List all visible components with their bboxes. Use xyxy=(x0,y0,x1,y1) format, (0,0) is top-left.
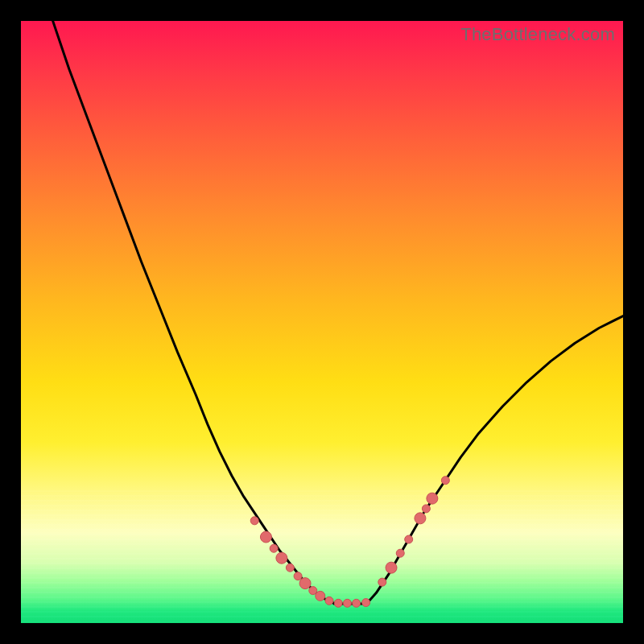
marker-dot xyxy=(334,599,342,607)
outer-frame: TheBottleneck.com xyxy=(0,0,644,644)
marker-dot xyxy=(441,477,449,485)
marker-dot xyxy=(405,535,413,543)
marker-dot xyxy=(415,513,426,524)
marker-dot xyxy=(427,493,438,504)
marker-dot xyxy=(362,599,370,607)
curve-group xyxy=(53,21,623,604)
marker-dot xyxy=(386,562,397,573)
marker-dot xyxy=(396,549,404,557)
marker-dot xyxy=(294,572,302,580)
marker-dot xyxy=(353,599,361,607)
chart-svg xyxy=(21,21,623,623)
marker-dot xyxy=(270,544,278,552)
marker-dot xyxy=(286,564,294,572)
marker-dot xyxy=(325,597,333,605)
marker-dot xyxy=(422,505,430,513)
marker-dot xyxy=(316,591,325,601)
marker-dot xyxy=(250,517,258,525)
marker-group xyxy=(250,477,449,608)
curve-left xyxy=(53,21,334,603)
marker-dot xyxy=(260,531,271,543)
marker-dot xyxy=(299,578,311,589)
marker-dot xyxy=(343,599,351,607)
curve-right xyxy=(367,316,623,604)
marker-dot xyxy=(378,578,386,586)
marker-dot xyxy=(276,552,287,564)
plot-area: TheBottleneck.com xyxy=(21,21,623,623)
